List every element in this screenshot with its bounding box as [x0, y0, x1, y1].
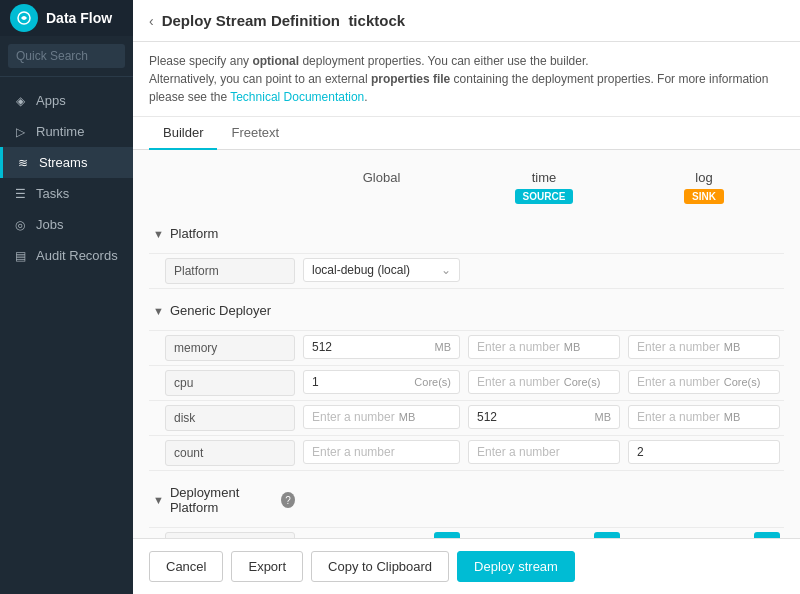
count-time-cell: Enter a number	[464, 436, 624, 471]
memory-label-cell: memory	[149, 331, 299, 366]
app-title: Data Flow	[46, 10, 112, 26]
dp-props-label-cell: Properties	[149, 528, 299, 538]
properties-table: Global time SOURCE log SINK ▼ Platform	[133, 150, 800, 538]
description-area: Please specify any optional deployment p…	[133, 42, 800, 117]
memory-log-unit: MB	[724, 341, 741, 353]
platform-global-empty	[299, 212, 464, 254]
memory-log-input[interactable]: Enter a number MB	[628, 335, 780, 359]
memory-global-unit: MB	[435, 341, 452, 353]
cancel-button[interactable]: Cancel	[149, 551, 223, 582]
disk-time-input[interactable]: 512 MB	[468, 405, 620, 429]
column-headers: Global time SOURCE log SINK	[149, 150, 784, 212]
sidebar-item-runtime[interactable]: ▷ Runtime	[0, 116, 133, 147]
cpu-time-unit: Core(s)	[564, 376, 601, 388]
back-button[interactable]: ‹	[149, 13, 154, 29]
platform-select-arrow: ⌄	[441, 263, 451, 277]
description-line1: Please specify any optional deployment p…	[149, 52, 784, 70]
count-global-input[interactable]: Enter a number	[303, 440, 460, 464]
sidebar-item-audit[interactable]: ▤ Audit Records	[0, 240, 133, 271]
platform-section-header[interactable]: ▼ Platform	[149, 212, 299, 254]
tab-freetext[interactable]: Freetext	[217, 117, 293, 150]
disk-time-cell: 512 MB	[464, 401, 624, 436]
count-label: count	[165, 440, 295, 466]
tech-doc-link[interactable]: Technical Documentation	[230, 90, 364, 104]
cpu-global-unit: Core(s)	[414, 376, 451, 388]
sidebar-item-jobs[interactable]: ◎ Jobs	[0, 209, 133, 240]
platform-select-value: local-debug (local)	[312, 263, 410, 277]
dp-section-label: Deployment Platform	[170, 485, 275, 515]
cpu-log-cell: Enter a number Core(s)	[624, 366, 784, 401]
count-log-cell: 2	[624, 436, 784, 471]
generic-deployer-header[interactable]: ▼ Generic Deployer	[149, 289, 299, 331]
count-global-cell: Enter a number	[299, 436, 464, 471]
memory-time-placeholder: Enter a number	[477, 340, 560, 354]
platform-label: Platform	[165, 258, 295, 284]
disk-log-placeholder: Enter a number	[637, 410, 720, 424]
deploy-stream-button[interactable]: Deploy stream	[457, 551, 575, 582]
count-time-input[interactable]: Enter a number	[468, 440, 620, 464]
sidebar-nav: ◈ Apps ▷ Runtime ≋ Streams ☰ Tasks ◎ Job…	[0, 77, 133, 594]
dp-help-icon[interactable]: ?	[281, 492, 295, 508]
col-global: Global	[299, 162, 464, 212]
count-log-value: 2	[637, 445, 771, 459]
disk-global-input[interactable]: Enter a number MB	[303, 405, 460, 429]
disk-log-input[interactable]: Enter a number MB	[628, 405, 780, 429]
dp-header-global	[299, 471, 464, 528]
footer: Cancel Export Copy to Clipboard Deploy s…	[133, 538, 800, 594]
memory-global-input[interactable]: 512 MB	[303, 335, 460, 359]
dp-props-log-cell: 1 / 8 properties ✏	[624, 528, 784, 538]
sidebar-item-streams-label: Streams	[39, 155, 87, 170]
page-title-prefix: Deploy Stream Definition	[162, 12, 340, 29]
sidebar-item-runtime-label: Runtime	[36, 124, 84, 139]
platform-select[interactable]: local-debug (local) ⌄	[303, 258, 460, 282]
col-time: time SOURCE	[464, 162, 624, 212]
tabs-bar: Builder Freetext	[133, 117, 800, 150]
cpu-global-cell: 1 Core(s)	[299, 366, 464, 401]
dp-header-time	[464, 471, 624, 528]
platform-time-empty2	[464, 254, 624, 289]
disk-label: disk	[165, 405, 295, 431]
disk-time-unit: MB	[595, 411, 612, 423]
sidebar-item-tasks[interactable]: ☰ Tasks	[0, 178, 133, 209]
dp-header-log	[624, 471, 784, 528]
copy-to-clipboard-button[interactable]: Copy to Clipboard	[311, 551, 449, 582]
gd-header-log	[624, 289, 784, 331]
memory-time-input[interactable]: Enter a number MB	[468, 335, 620, 359]
cpu-label-cell: cpu	[149, 366, 299, 401]
section-deployment-platform: ▼ Deployment Platform ? Properties 1 / 8…	[149, 471, 784, 538]
disk-global-placeholder: Enter a number	[312, 410, 395, 424]
platform-log-empty2	[624, 254, 784, 289]
disk-log-unit: MB	[724, 411, 741, 423]
cpu-label: cpu	[165, 370, 295, 396]
cpu-global-value: 1	[312, 375, 410, 389]
deployment-platform-header[interactable]: ▼ Deployment Platform ?	[149, 471, 299, 528]
cpu-time-placeholder: Enter a number	[477, 375, 560, 389]
disk-log-cell: Enter a number MB	[624, 401, 784, 436]
jobs-icon: ◎	[12, 218, 28, 232]
disk-time-value: 512	[477, 410, 591, 424]
cpu-global-input[interactable]: 1 Core(s)	[303, 370, 460, 394]
count-time-placeholder: Enter a number	[477, 445, 560, 459]
memory-log-placeholder: Enter a number	[637, 340, 720, 354]
memory-global-value: 512	[312, 340, 431, 354]
sidebar-item-apps[interactable]: ◈ Apps	[0, 85, 133, 116]
page-header: ‹ Deploy Stream Definition ticktock	[133, 0, 800, 42]
sidebar-item-streams[interactable]: ≋ Streams	[0, 147, 133, 178]
sidebar: Data Flow ◈ Apps ▷ Runtime ≋ Streams ☰ T…	[0, 0, 133, 594]
search-input[interactable]	[8, 44, 125, 68]
streams-icon: ≋	[15, 156, 31, 170]
count-log-input[interactable]: 2	[628, 440, 780, 464]
dp-props-global-cell: 1 / 8 properties ✏	[299, 528, 464, 538]
tab-builder[interactable]: Builder	[149, 117, 217, 150]
sidebar-header: Data Flow	[0, 0, 133, 36]
runtime-icon: ▷	[12, 125, 28, 139]
count-label-cell: count	[149, 436, 299, 471]
cpu-log-unit: Core(s)	[724, 376, 761, 388]
platform-section-label: Platform	[170, 226, 218, 241]
cpu-time-input[interactable]: Enter a number Core(s)	[468, 370, 620, 394]
count-global-placeholder: Enter a number	[312, 445, 395, 459]
disk-global-cell: Enter a number MB	[299, 401, 464, 436]
app-logo	[10, 4, 38, 32]
cpu-log-input[interactable]: Enter a number Core(s)	[628, 370, 780, 394]
export-button[interactable]: Export	[231, 551, 303, 582]
